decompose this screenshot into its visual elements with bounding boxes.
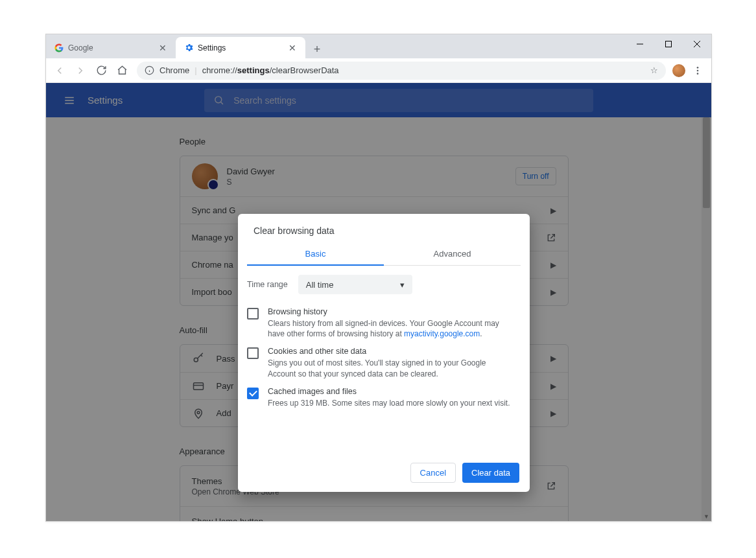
toolbar: Chrome | chrome://settings/clearBrowserD… (46, 58, 711, 83)
cancel-button[interactable]: Cancel (410, 463, 456, 483)
forward-button[interactable] (71, 61, 90, 80)
tab-basic[interactable]: Basic (247, 242, 384, 265)
option-cache[interactable]: Cached images and files Frees up 319 MB.… (238, 379, 530, 408)
window-controls (626, 34, 711, 54)
close-tab-icon[interactable]: ✕ (158, 43, 168, 53)
svg-point-9 (697, 73, 699, 75)
close-tab-icon[interactable]: ✕ (287, 43, 298, 53)
svg-point-8 (697, 69, 699, 71)
tab-google[interactable]: Google ✕ (46, 37, 176, 58)
myactivity-link[interactable]: myactivity.google.com (404, 329, 480, 338)
chevron-down-icon: ▾ (400, 280, 405, 290)
dialog-title: Clear browsing data (238, 214, 530, 242)
option-title: Browsing history (268, 307, 515, 316)
url-text: chrome://settings/clearBrowserData (202, 65, 339, 75)
tab-settings[interactable]: Settings ✕ (176, 37, 305, 58)
tab-strip: Google ✕ Settings ✕ + (46, 34, 711, 58)
option-desc: Frees up 319 MB. Some sites may load mor… (268, 398, 510, 408)
chrome-label: Chrome (159, 65, 189, 75)
maximize-button[interactable] (654, 34, 683, 54)
profile-avatar-button[interactable] (671, 63, 687, 78)
time-range-dropdown[interactable]: All time ▾ (298, 275, 412, 294)
tab-title: Google (68, 43, 154, 52)
menu-button[interactable] (688, 61, 707, 80)
clear-data-button[interactable]: Clear data (462, 463, 519, 483)
checkbox[interactable] (247, 308, 259, 320)
svg-point-7 (697, 67, 699, 69)
close-window-button[interactable] (683, 34, 711, 54)
content-area: Settings Search settings ▼ People David … (46, 83, 711, 521)
address-bar[interactable]: Chrome | chrome://settings/clearBrowserD… (137, 62, 666, 80)
option-browsing-history[interactable]: Browsing history Clears history from all… (238, 299, 530, 339)
clear-data-dialog: Clear browsing data Basic Advanced Time … (238, 214, 530, 492)
option-desc: Clears history from all signed-in device… (268, 318, 515, 339)
google-favicon (54, 43, 64, 53)
home-button[interactable] (112, 61, 132, 80)
browser-window: Google ✕ Settings ✕ + Chrome | chrome://… (45, 34, 712, 522)
tab-title: Settings (198, 43, 283, 52)
option-desc: Signs you out of most sites. You'll stay… (268, 358, 515, 378)
svg-rect-1 (666, 41, 672, 47)
new-tab-button[interactable]: + (308, 40, 326, 58)
back-button[interactable] (50, 61, 69, 80)
bookmark-icon[interactable]: ☆ (650, 65, 658, 75)
tab-advanced[interactable]: Advanced (384, 242, 521, 265)
option-cookies[interactable]: Cookies and other site data Signs you ou… (238, 339, 530, 378)
option-title: Cached images and files (268, 387, 510, 396)
minimize-button[interactable] (626, 34, 654, 54)
site-info-icon[interactable] (145, 65, 154, 75)
dialog-tabs: Basic Advanced (247, 242, 521, 266)
checkbox[interactable] (247, 347, 259, 359)
time-range-label: Time range (247, 280, 288, 289)
reload-button[interactable] (91, 61, 111, 80)
gear-icon (183, 43, 194, 53)
checkbox[interactable] (247, 388, 259, 399)
time-range-value: All time (306, 280, 334, 290)
option-title: Cookies and other site data (268, 347, 515, 356)
